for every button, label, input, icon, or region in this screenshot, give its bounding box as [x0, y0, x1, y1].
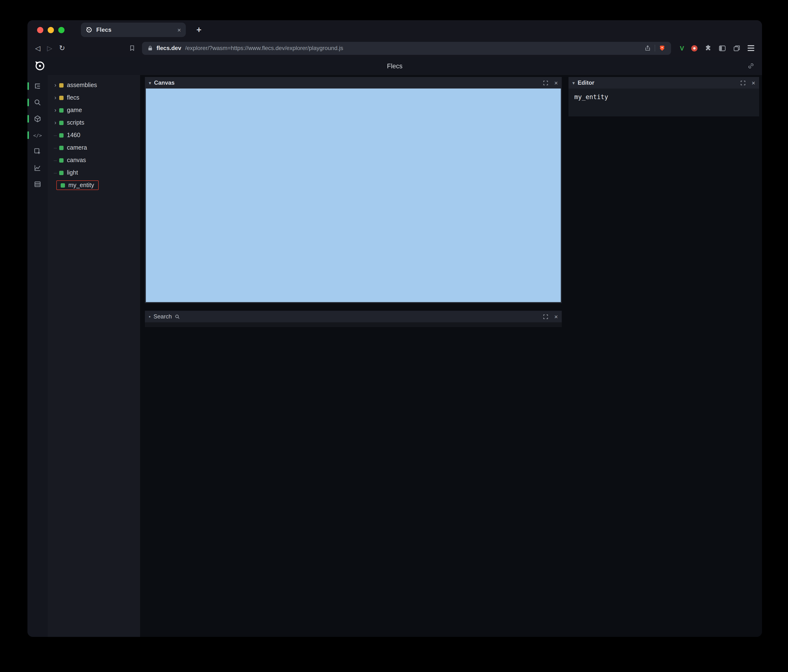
- expand-icon[interactable]: [740, 80, 746, 86]
- bookmark-icon[interactable]: [129, 45, 135, 51]
- workspace: ▾ Canvas × • Search: [140, 75, 762, 637]
- url-bar[interactable]: flecs.dev/explorer/?wasm=https://www.fle…: [142, 41, 671, 55]
- url-domain: flecs.dev: [156, 45, 181, 51]
- search-panel-body: [145, 322, 562, 327]
- app-header: Flecs: [27, 57, 762, 75]
- chevron-right-icon[interactable]: ›: [52, 119, 58, 126]
- browser-window: Flecs × + ◁ ▷ ↻ flecs.dev/explorer/?wasm…: [27, 20, 762, 637]
- active-indicator: [27, 98, 29, 106]
- tab-strip: Flecs × +: [27, 20, 762, 40]
- entity-swatch: [59, 120, 64, 125]
- tree-item-my-entity[interactable]: my_entity: [48, 179, 140, 192]
- tool-code[interactable]: </>: [27, 127, 48, 143]
- editor-panel: ▾ Editor × my_entity: [569, 77, 759, 116]
- editor-panel-header[interactable]: ▾ Editor ×: [569, 77, 759, 89]
- tree-item-scripts[interactable]: › scripts: [48, 116, 140, 129]
- tree-item-canvas[interactable]: – canvas: [48, 154, 140, 166]
- active-indicator: [27, 132, 29, 139]
- toolbar-extensions: V: [680, 44, 754, 52]
- selection-highlight: my_entity: [56, 181, 98, 190]
- page-title: Flecs: [27, 62, 762, 70]
- module-swatch: [59, 95, 64, 100]
- module-swatch: [59, 83, 64, 87]
- share-link-icon[interactable]: [748, 63, 754, 69]
- tool-tree[interactable]: [27, 78, 48, 94]
- leaf-dash-icon: –: [52, 132, 58, 138]
- sidebar-toggle-icon[interactable]: [719, 44, 726, 52]
- code-icon: </>: [33, 133, 42, 138]
- search-panel-header[interactable]: • Search ×: [145, 311, 562, 322]
- chevron-down-icon[interactable]: ▾: [572, 80, 575, 86]
- tool-charts[interactable]: [27, 160, 48, 176]
- url-path: /explorer/?wasm=https://www.flecs.dev/ex…: [185, 45, 343, 51]
- v-extension-icon[interactable]: V: [680, 44, 684, 52]
- tree-item-label: scripts: [67, 119, 84, 126]
- expand-icon[interactable]: [543, 80, 548, 86]
- canvas-panel-title: Canvas: [154, 79, 175, 86]
- tab-close-icon[interactable]: ×: [177, 27, 181, 33]
- tree-item-camera[interactable]: – camera: [48, 141, 140, 154]
- share-icon[interactable]: [645, 45, 651, 51]
- puzzle-extensions-icon[interactable]: [705, 45, 712, 51]
- chevron-right-icon[interactable]: ›: [52, 82, 58, 89]
- bullet-icon: •: [149, 314, 151, 319]
- tree-item-label: assemblies: [67, 82, 97, 89]
- search-icon: [175, 314, 180, 319]
- chevron-down-icon[interactable]: ▾: [149, 80, 151, 86]
- forward-button[interactable]: ▷: [47, 44, 52, 52]
- windows-icon[interactable]: [733, 44, 740, 52]
- leaf-dash-icon: –: [52, 144, 58, 151]
- brave-shield-icon[interactable]: [659, 45, 666, 51]
- flecs-favicon: [86, 27, 92, 33]
- chevron-right-icon[interactable]: ›: [52, 107, 58, 114]
- close-icon[interactable]: ×: [554, 314, 558, 320]
- chevron-right-icon[interactable]: ›: [52, 94, 58, 101]
- tool-inspector[interactable]: [27, 143, 48, 160]
- tool-rail: </>: [27, 75, 48, 637]
- url-divider: [655, 45, 655, 51]
- tree-item-1460[interactable]: – 1460: [48, 129, 140, 141]
- entity-swatch: [59, 133, 64, 137]
- zoom-window-button[interactable]: [58, 27, 65, 33]
- leaf-dash-icon: –: [52, 169, 58, 176]
- app-main: </> › assemblies: [27, 75, 762, 637]
- canvas-panel: ▾ Canvas ×: [145, 77, 562, 303]
- extension-shield-icon[interactable]: [691, 45, 697, 51]
- tool-entities[interactable]: [27, 111, 48, 127]
- tree-item-label: my_entity: [68, 182, 94, 189]
- active-indicator: [27, 115, 29, 123]
- tab-title: Flecs: [96, 27, 173, 33]
- expand-icon[interactable]: [543, 314, 548, 319]
- tree-item-assemblies[interactable]: › assemblies: [48, 79, 140, 91]
- canvas-panel-header[interactable]: ▾ Canvas ×: [145, 77, 562, 89]
- tree-item-flecs[interactable]: › flecs: [48, 91, 140, 104]
- render-canvas[interactable]: [145, 89, 562, 303]
- tree-item-light[interactable]: – light: [48, 166, 140, 179]
- window-controls: [37, 27, 65, 33]
- entity-swatch: [59, 146, 64, 150]
- tree-item-game[interactable]: › game: [48, 104, 140, 116]
- tool-search[interactable]: [27, 94, 48, 111]
- tree-item-label: flecs: [67, 94, 79, 101]
- minimize-window-button[interactable]: [48, 27, 54, 33]
- entity-swatch: [59, 158, 64, 162]
- close-icon[interactable]: ×: [751, 79, 755, 86]
- editor-content[interactable]: my_entity: [569, 89, 759, 116]
- tree-item-label: 1460: [67, 132, 80, 138]
- menu-icon[interactable]: [748, 45, 754, 51]
- close-window-button[interactable]: [37, 27, 43, 33]
- leaf-dash-icon: –: [52, 157, 58, 163]
- tree-item-label: camera: [67, 144, 87, 151]
- entity-swatch: [60, 183, 65, 187]
- close-icon[interactable]: ×: [554, 79, 558, 86]
- tree-item-label: game: [67, 107, 82, 114]
- search-panel: • Search ×: [145, 311, 562, 327]
- tool-tables[interactable]: [27, 176, 48, 192]
- new-tab-button[interactable]: +: [196, 25, 202, 35]
- search-panel-title: Search: [154, 313, 172, 320]
- back-button[interactable]: ◁: [35, 44, 40, 52]
- entity-tree: › assemblies › flecs › game › sc: [48, 75, 140, 637]
- reload-button[interactable]: ↻: [59, 44, 65, 52]
- screen: Flecs × + ◁ ▷ ↻ flecs.dev/explorer/?wasm…: [0, 0, 788, 672]
- browser-tab[interactable]: Flecs ×: [81, 22, 186, 37]
